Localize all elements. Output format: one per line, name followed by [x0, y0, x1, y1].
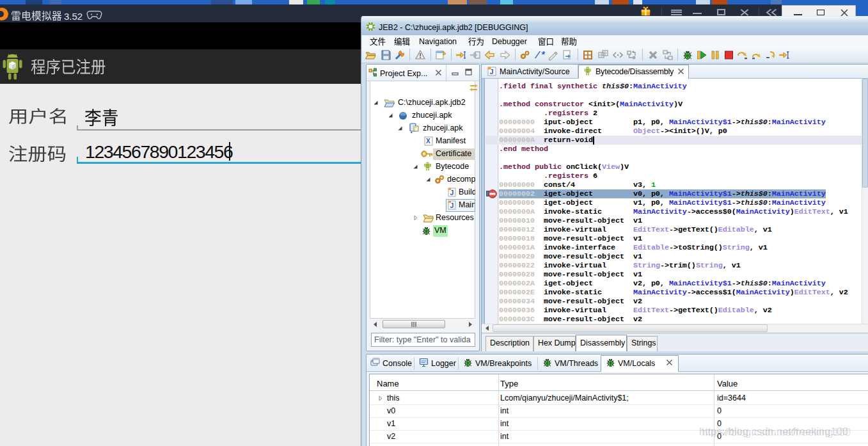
svg-text:J: J [450, 202, 454, 209]
svg-text:J: J [490, 68, 494, 76]
svg-text:X: X [426, 138, 430, 145]
svg-text:J: J [450, 189, 454, 196]
svg-text:/*: /* [534, 51, 546, 61]
